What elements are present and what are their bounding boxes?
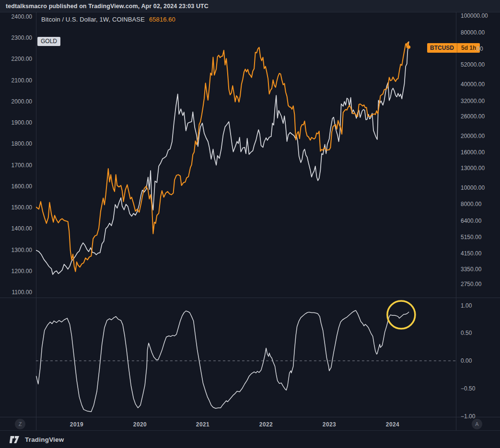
- symbol-title: Bitcoin / U.S. Dollar, 1W, COINBASE 6581…: [41, 16, 175, 23]
- axis-tick-label: 1600.00: [0, 183, 32, 190]
- main-pane[interactable]: [36, 12, 456, 298]
- axis-tick-label: 13000.00: [461, 165, 485, 172]
- corner-badge-a: A: [472, 419, 482, 429]
- axis-tick-label: 6400.00: [461, 218, 481, 224]
- axis-tick-label: 40000.00: [461, 81, 485, 88]
- btcusd-symbol-chip: BTCUSD: [427, 43, 457, 53]
- axis-tick-label: 1100.00: [0, 289, 32, 296]
- axis-tick-label: 3350.00: [461, 266, 481, 273]
- axis-tick-label: 2100.00: [0, 77, 32, 84]
- axis-tick-label: 1800.00: [0, 140, 32, 147]
- year-axis-label: 2024: [386, 421, 399, 428]
- axis-tick-label: 1500.00: [0, 204, 32, 211]
- corner-badge-a-label: A: [475, 421, 478, 427]
- footer: TradingView: [0, 431, 500, 448]
- gold-series-label[interactable]: GOLD: [37, 37, 60, 46]
- axis-tick-label: 2000.00: [0, 98, 32, 105]
- btcusd-price-label[interactable]: BTCUSD 5d 1h: [427, 43, 480, 53]
- axis-tick-label: 20000.00: [461, 133, 485, 139]
- axis-tick-label: 52000.00: [461, 61, 485, 68]
- chart-canvas: [0, 0, 500, 448]
- tradingview-wordmark[interactable]: TradingView: [25, 436, 64, 443]
- axis-tick-label: 1900.00: [0, 119, 32, 126]
- year-axis-label: 2023: [323, 421, 336, 428]
- axis-tick-label: 2400.00: [0, 13, 32, 20]
- axis-tick-label: 2300.00: [0, 34, 32, 41]
- indicator-pane[interactable]: [36, 298, 456, 417]
- axis-tick-label: 80000.00: [461, 29, 485, 36]
- axis-tick-label: 26000.00: [461, 113, 485, 120]
- axis-tick-label: −1.00: [461, 413, 475, 420]
- axis-tick-label: 1300.00: [0, 247, 32, 253]
- hidden-axis-label-remnant: .00: [475, 46, 483, 52]
- symbol-last-price: 65816.60: [149, 16, 175, 23]
- tradingview-published-chart: tedtalksmacro published on TradingView.c…: [0, 0, 500, 448]
- axis-tick-label: 5150.00: [461, 234, 481, 241]
- axis-tick-label: 10000.00: [461, 184, 485, 191]
- axis-tick-label: 2750.00: [461, 281, 481, 287]
- axis-tick-label: 1200.00: [0, 268, 32, 275]
- axis-tick-label: 0.00: [461, 357, 472, 364]
- axis-tick-label: 8000.00: [461, 201, 481, 207]
- year-axis-label: 2020: [133, 421, 147, 428]
- axis-tick-label: 0.50: [461, 330, 472, 336]
- axis-tick-label: −0.50: [461, 385, 475, 392]
- axis-tick-label: 32000.00: [461, 98, 485, 104]
- year-axis-label: 2022: [259, 421, 273, 428]
- axis-tick-label: 2200.00: [0, 56, 32, 62]
- axis-tick-label: 1700.00: [0, 162, 32, 169]
- axis-tick-label: 4150.00: [461, 250, 481, 257]
- axis-tick-label: 1.00: [461, 302, 472, 309]
- corner-badge-z-label: Z: [19, 421, 22, 427]
- year-axis-label: 2019: [70, 421, 83, 428]
- axis-tick-label: 100000.00: [461, 12, 488, 19]
- axis-tick-label: 1400.00: [0, 225, 32, 232]
- year-axis-label: 2021: [196, 421, 209, 428]
- corner-badge-z: Z: [15, 419, 25, 429]
- axis-tick-label: 16000.00: [461, 149, 485, 156]
- symbol-title-text: Bitcoin / U.S. Dollar, 1W, COINBASE: [41, 16, 145, 23]
- tradingview-logo[interactable]: [10, 436, 21, 444]
- btc-last-price-marker: [407, 46, 410, 49]
